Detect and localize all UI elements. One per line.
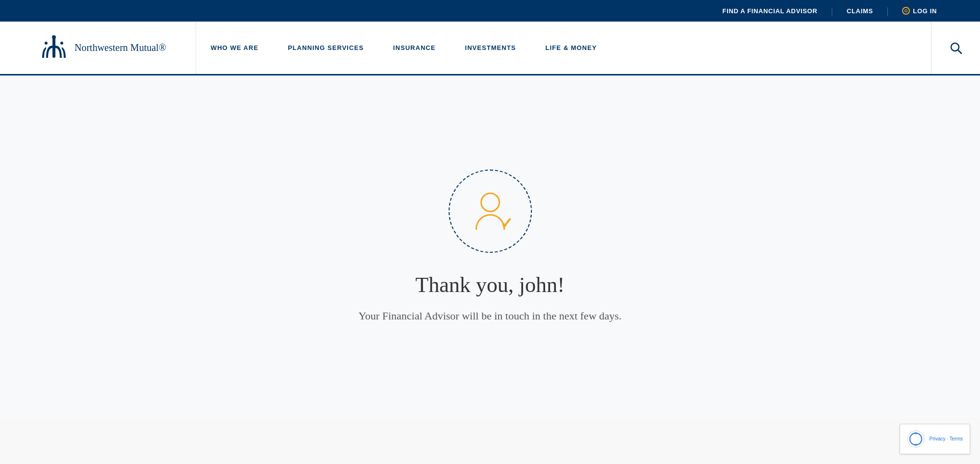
main-content: ✓ Thank you, john! Your Financial Adviso… — [0, 75, 980, 418]
logo-link[interactable]: Northwestern Mutual® — [39, 33, 166, 63]
login-link[interactable]: ⊙ LOG IN — [888, 0, 951, 22]
recaptcha-privacy-link[interactable]: Privacy — [930, 436, 946, 441]
nav-item-who-we-are[interactable]: WHO WE ARE — [196, 22, 273, 74]
nm-logo-icon — [39, 33, 69, 63]
confirmation-icon-wrapper: ✓ — [449, 170, 532, 253]
svg-point-3 — [60, 42, 63, 45]
search-button[interactable] — [931, 22, 980, 74]
recaptcha-text: Privacy · Terms — [930, 436, 963, 442]
find-advisor-link[interactable]: FIND A FINANCIAL ADVISOR — [709, 0, 831, 22]
logo-area: Northwestern Mutual® — [0, 33, 196, 63]
checkmark-icon: ✓ — [500, 214, 513, 233]
top-bar: FIND A FINANCIAL ADVISOR | CLAIMS | ⊙ LO… — [0, 0, 980, 22]
main-nav: Northwestern Mutual® WHO WE ARE PLANNING… — [0, 22, 980, 75]
nav-item-planning-services[interactable]: PLANNING SERVICES — [273, 22, 378, 74]
nav-item-insurance[interactable]: INSURANCE — [378, 22, 451, 74]
recaptcha-terms-link[interactable]: Terms — [950, 436, 963, 441]
recaptcha-logo-icon — [907, 430, 925, 448]
svg-line-5 — [958, 50, 961, 53]
nav-item-life-money[interactable]: LIFE & MONEY — [530, 22, 611, 74]
person-head — [480, 193, 500, 212]
svg-point-1 — [52, 35, 56, 39]
svg-point-2 — [45, 42, 48, 45]
recaptcha-widget: Privacy · Terms — [900, 424, 970, 454]
person-verified-icon: ✓ — [476, 193, 505, 230]
login-icon: ⊙ — [902, 7, 910, 15]
thank-you-title: Thank you, john! — [415, 272, 564, 297]
person-body: ✓ — [476, 214, 505, 230]
thank-you-subtitle: Your Financial Advisor will be in touch … — [358, 307, 622, 324]
nav-links: WHO WE ARE PLANNING SERVICES INSURANCE I… — [196, 22, 931, 74]
nav-item-investments[interactable]: INVESTMENTS — [451, 22, 531, 74]
svg-rect-0 — [52, 38, 55, 58]
claims-link[interactable]: CLAIMS — [833, 0, 887, 22]
logo-name: Northwestern Mutual® — [75, 42, 166, 53]
search-icon — [950, 42, 962, 54]
